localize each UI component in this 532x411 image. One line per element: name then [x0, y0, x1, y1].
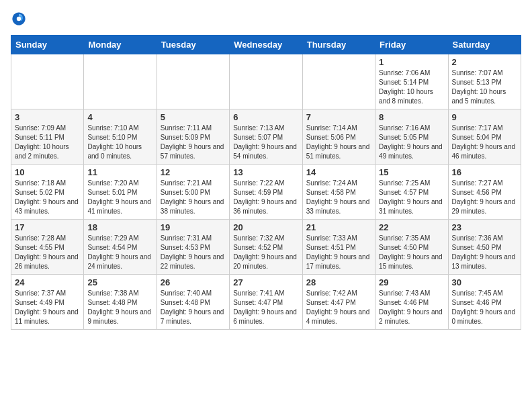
- calendar-cell: 21Sunrise: 7:33 AM Sunset: 4:51 PM Dayli…: [302, 220, 375, 275]
- calendar-cell: 7Sunrise: 7:14 AM Sunset: 5:06 PM Daylig…: [302, 109, 375, 165]
- day-info: Sunrise: 7:25 AM Sunset: 4:57 PM Dayligh…: [379, 179, 444, 216]
- calendar-cell: 4Sunrise: 7:10 AM Sunset: 5:10 PM Daylig…: [84, 109, 157, 165]
- calendar-cell: [84, 54, 157, 109]
- day-number: 3: [15, 112, 80, 122]
- calendar-cell: 10Sunrise: 7:18 AM Sunset: 5:02 PM Dayli…: [11, 165, 84, 220]
- day-number: 22: [379, 222, 444, 232]
- day-number: 17: [15, 222, 80, 232]
- calendar-cell: 26Sunrise: 7:40 AM Sunset: 4:48 PM Dayli…: [157, 275, 229, 330]
- calendar-cell: [157, 54, 229, 109]
- day-info: Sunrise: 7:07 AM Sunset: 5:13 PM Dayligh…: [452, 68, 517, 106]
- calendar-cell: 9Sunrise: 7:17 AM Sunset: 5:04 PM Daylig…: [448, 109, 521, 165]
- calendar-cell: 22Sunrise: 7:35 AM Sunset: 4:50 PM Dayli…: [375, 220, 448, 275]
- day-number: 13: [233, 167, 298, 177]
- calendar-cell: 8Sunrise: 7:16 AM Sunset: 5:05 PM Daylig…: [375, 109, 448, 165]
- day-number: 16: [452, 167, 517, 177]
- calendar-cell: 16Sunrise: 7:27 AM Sunset: 4:56 PM Dayli…: [448, 165, 521, 220]
- calendar-table: SundayMondayTuesdayWednesdayThursdayFrid…: [11, 35, 521, 330]
- calendar-cell: 17Sunrise: 7:28 AM Sunset: 4:55 PM Dayli…: [11, 220, 84, 275]
- calendar-cell: 28Sunrise: 7:42 AM Sunset: 4:47 PM Dayli…: [302, 275, 375, 330]
- calendar-cell: 24Sunrise: 7:37 AM Sunset: 4:49 PM Dayli…: [11, 275, 84, 330]
- day-number: 1: [379, 57, 444, 67]
- day-info: Sunrise: 7:13 AM Sunset: 5:07 PM Dayligh…: [233, 124, 298, 161]
- day-number: 30: [452, 277, 517, 287]
- day-info: Sunrise: 7:42 AM Sunset: 4:47 PM Dayligh…: [306, 289, 371, 326]
- page-header: [11, 11, 521, 27]
- day-info: Sunrise: 7:31 AM Sunset: 4:53 PM Dayligh…: [161, 234, 226, 271]
- day-info: Sunrise: 7:22 AM Sunset: 4:59 PM Dayligh…: [233, 179, 298, 216]
- day-info: Sunrise: 7:09 AM Sunset: 5:11 PM Dayligh…: [15, 124, 80, 161]
- day-info: Sunrise: 7:45 AM Sunset: 4:46 PM Dayligh…: [452, 289, 517, 326]
- calendar-cell: 5Sunrise: 7:11 AM Sunset: 5:09 PM Daylig…: [157, 109, 229, 165]
- day-number: 2: [452, 57, 517, 67]
- day-info: Sunrise: 7:24 AM Sunset: 4:58 PM Dayligh…: [306, 179, 371, 216]
- weekday-header: Saturday: [448, 36, 521, 54]
- weekday-header: Friday: [375, 36, 448, 54]
- calendar-cell: 12Sunrise: 7:21 AM Sunset: 5:00 PM Dayli…: [157, 165, 229, 220]
- day-info: Sunrise: 7:17 AM Sunset: 5:04 PM Dayligh…: [452, 124, 517, 161]
- day-number: 27: [233, 277, 298, 287]
- calendar-cell: 23Sunrise: 7:36 AM Sunset: 4:50 PM Dayli…: [448, 220, 521, 275]
- day-info: Sunrise: 7:11 AM Sunset: 5:09 PM Dayligh…: [161, 124, 226, 161]
- calendar-cell: [230, 54, 302, 109]
- day-info: Sunrise: 7:33 AM Sunset: 4:51 PM Dayligh…: [306, 234, 371, 271]
- day-number: 15: [379, 167, 444, 177]
- calendar-cell: 19Sunrise: 7:31 AM Sunset: 4:53 PM Dayli…: [157, 220, 229, 275]
- calendar-cell: 20Sunrise: 7:32 AM Sunset: 4:52 PM Dayli…: [230, 220, 302, 275]
- calendar-cell: 13Sunrise: 7:22 AM Sunset: 4:59 PM Dayli…: [230, 165, 302, 220]
- day-info: Sunrise: 7:18 AM Sunset: 5:02 PM Dayligh…: [15, 179, 80, 216]
- day-info: Sunrise: 7:43 AM Sunset: 4:46 PM Dayligh…: [379, 289, 444, 326]
- day-number: 19: [161, 222, 226, 232]
- calendar-cell: 14Sunrise: 7:24 AM Sunset: 4:58 PM Dayli…: [302, 165, 375, 220]
- day-info: Sunrise: 7:10 AM Sunset: 5:10 PM Dayligh…: [87, 124, 152, 161]
- day-info: Sunrise: 7:41 AM Sunset: 4:47 PM Dayligh…: [233, 289, 298, 326]
- day-number: 10: [15, 167, 80, 177]
- day-info: Sunrise: 7:37 AM Sunset: 4:49 PM Dayligh…: [15, 289, 80, 326]
- day-number: 21: [306, 222, 371, 232]
- day-number: 14: [306, 167, 371, 177]
- day-number: 6: [233, 112, 298, 122]
- weekday-header: Wednesday: [230, 36, 302, 54]
- day-info: Sunrise: 7:28 AM Sunset: 4:55 PM Dayligh…: [15, 234, 80, 271]
- weekday-header: Thursday: [302, 36, 375, 54]
- calendar-cell: [302, 54, 375, 109]
- day-number: 9: [452, 112, 517, 122]
- day-info: Sunrise: 7:20 AM Sunset: 5:01 PM Dayligh…: [87, 179, 152, 216]
- calendar-cell: 2Sunrise: 7:07 AM Sunset: 5:13 PM Daylig…: [448, 54, 521, 109]
- day-number: 24: [15, 277, 80, 287]
- day-number: 11: [87, 167, 152, 177]
- day-number: 20: [233, 222, 298, 232]
- day-info: Sunrise: 7:35 AM Sunset: 4:50 PM Dayligh…: [379, 234, 444, 271]
- calendar-cell: 30Sunrise: 7:45 AM Sunset: 4:46 PM Dayli…: [448, 275, 521, 330]
- calendar-cell: [11, 54, 84, 109]
- day-info: Sunrise: 7:38 AM Sunset: 4:48 PM Dayligh…: [87, 289, 152, 326]
- day-number: 23: [452, 222, 517, 232]
- calendar-cell: 11Sunrise: 7:20 AM Sunset: 5:01 PM Dayli…: [84, 165, 157, 220]
- day-info: Sunrise: 7:29 AM Sunset: 4:54 PM Dayligh…: [87, 234, 152, 271]
- svg-point-0: [17, 17, 21, 21]
- calendar-cell: 1Sunrise: 7:06 AM Sunset: 5:14 PM Daylig…: [375, 54, 448, 109]
- calendar-cell: 29Sunrise: 7:43 AM Sunset: 4:46 PM Dayli…: [375, 275, 448, 330]
- day-number: 29: [379, 277, 444, 287]
- calendar-cell: 18Sunrise: 7:29 AM Sunset: 4:54 PM Dayli…: [84, 220, 157, 275]
- day-number: 5: [161, 112, 226, 122]
- day-number: 25: [87, 277, 152, 287]
- weekday-header: Monday: [84, 36, 157, 54]
- calendar-header: SundayMondayTuesdayWednesdayThursdayFrid…: [11, 36, 521, 54]
- logo: [11, 11, 30, 27]
- day-info: Sunrise: 7:40 AM Sunset: 4:48 PM Dayligh…: [161, 289, 226, 326]
- day-info: Sunrise: 7:14 AM Sunset: 5:06 PM Dayligh…: [306, 124, 371, 161]
- calendar-cell: 25Sunrise: 7:38 AM Sunset: 4:48 PM Dayli…: [84, 275, 157, 330]
- weekday-header: Tuesday: [157, 36, 229, 54]
- calendar-cell: 27Sunrise: 7:41 AM Sunset: 4:47 PM Dayli…: [230, 275, 302, 330]
- day-info: Sunrise: 7:36 AM Sunset: 4:50 PM Dayligh…: [452, 234, 517, 271]
- day-number: 8: [379, 112, 444, 122]
- day-info: Sunrise: 7:27 AM Sunset: 4:56 PM Dayligh…: [452, 179, 517, 216]
- day-info: Sunrise: 7:16 AM Sunset: 5:05 PM Dayligh…: [379, 124, 444, 161]
- calendar-cell: 3Sunrise: 7:09 AM Sunset: 5:11 PM Daylig…: [11, 109, 84, 165]
- day-number: 18: [87, 222, 152, 232]
- day-number: 7: [306, 112, 371, 122]
- calendar-cell: 6Sunrise: 7:13 AM Sunset: 5:07 PM Daylig…: [230, 109, 302, 165]
- day-number: 26: [161, 277, 226, 287]
- day-info: Sunrise: 7:32 AM Sunset: 4:52 PM Dayligh…: [233, 234, 298, 271]
